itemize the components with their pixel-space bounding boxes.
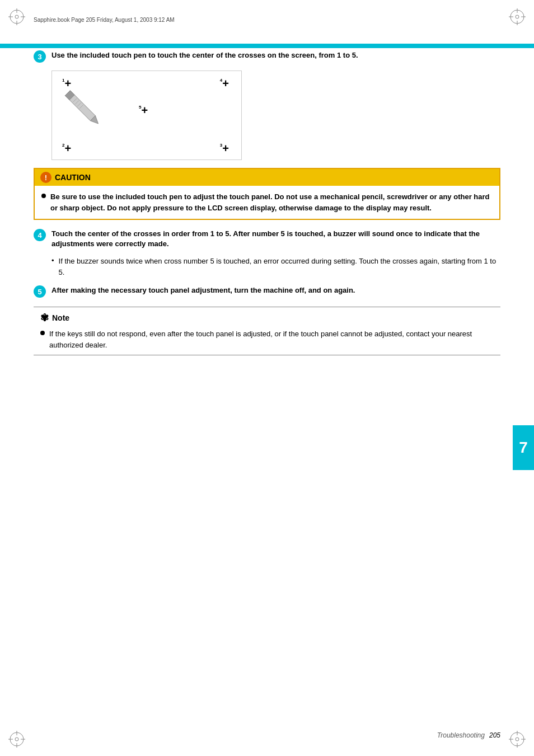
- step3-circle: 3: [34, 50, 46, 63]
- note-header: ✾ Note: [40, 312, 494, 324]
- step5-circle: 5: [34, 285, 46, 298]
- step4-sub-dot: •: [51, 256, 54, 265]
- caution-icon: !: [40, 172, 51, 183]
- caution-body: Be sure to use the included touch pen to…: [35, 186, 499, 219]
- step3-row: 3 Use the included touch pen to touch th…: [34, 50, 500, 63]
- svg-point-1: [15, 15, 18, 18]
- caution-title: CAUTION: [55, 173, 91, 182]
- caution-bullet: [41, 194, 46, 198]
- corner-mark-br: [509, 731, 526, 748]
- step4-row: 4 Touch the center of the crosses in ord…: [34, 229, 500, 249]
- cross-4: 4+: [220, 78, 229, 89]
- footer-section: Troubleshooting: [437, 731, 485, 739]
- svg-point-13: [15, 738, 18, 741]
- corner-mark-bl: [8, 731, 25, 748]
- corner-mark-tl: [8, 8, 25, 25]
- note-bullet: [40, 331, 45, 335]
- svg-point-19: [516, 738, 519, 741]
- caution-header: ! CAUTION: [35, 169, 499, 186]
- step4-sub-text: If the buzzer sounds twice when cross nu…: [59, 256, 500, 278]
- header-bar: [0, 44, 534, 48]
- cross-3: 3+: [220, 143, 229, 154]
- side-tab: 7: [513, 425, 534, 470]
- note-icon: ✾: [40, 312, 49, 324]
- note-title: Note: [52, 313, 69, 322]
- cross-2: 2+: [62, 143, 71, 154]
- cross-1: 1+: [62, 78, 71, 89]
- footer-page: 205: [489, 731, 500, 739]
- side-tab-number: 7: [519, 439, 528, 457]
- caution-box: ! CAUTION Be sure to use the included to…: [34, 168, 500, 220]
- footer: Troubleshooting 205: [34, 731, 500, 739]
- file-info: Sapphire.book Page 205 Friday, August 1,…: [34, 17, 175, 23]
- caution-text: Be sure to use the included touch pen to…: [50, 191, 493, 213]
- step4-circle: 4: [34, 229, 46, 241]
- step4-sub-bullet: • If the buzzer sounds twice when cross …: [51, 256, 500, 278]
- cross-5: 5+: [139, 105, 148, 116]
- note-box: ✾ Note If the keys still do not respond,…: [34, 307, 500, 355]
- svg-point-7: [516, 15, 519, 18]
- step3-text: Use the included touch pen to touch the …: [51, 50, 500, 60]
- step4-text: Touch the center of the crosses in order…: [51, 229, 500, 249]
- step5-text: After making the necessary touch panel a…: [51, 285, 500, 295]
- main-content: 3 Use the included touch pen to touch th…: [34, 50, 500, 728]
- note-bullet-row: If the keys still do not respond, even a…: [40, 328, 494, 350]
- note-text: If the keys still do not respond, even a…: [49, 328, 494, 350]
- corner-mark-tr: [509, 8, 526, 25]
- step3-diagram: 1+ 4+ 5+ 2+ 3+: [51, 71, 242, 160]
- step5-row: 5 After making the necessary touch panel…: [34, 285, 500, 298]
